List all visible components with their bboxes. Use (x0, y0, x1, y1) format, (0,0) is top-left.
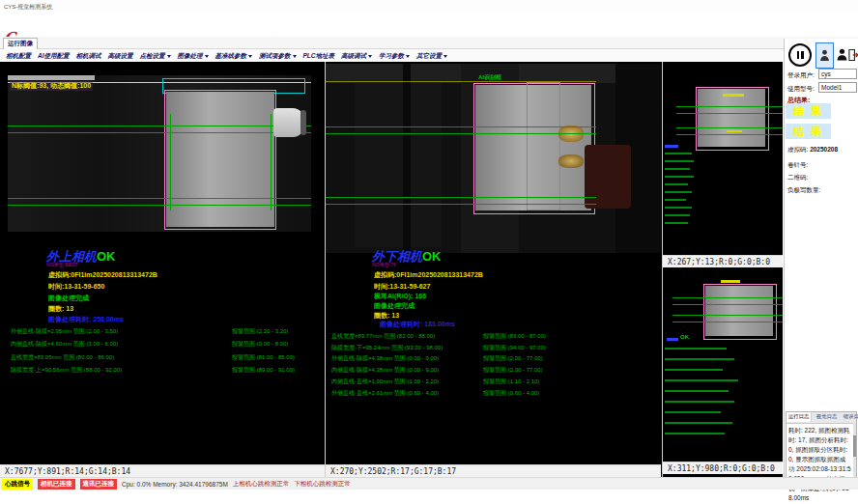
log-tab-error[interactable]: 错误日志 (842, 412, 858, 422)
menu-bar: C 系统配置 相机配置 通讯配置 IO卡配置 光源控制配置 查看 系统语言切换 (0, 12, 858, 37)
measure-vline (271, 114, 272, 210)
chevron-down-icon (406, 55, 410, 58)
log-tab-run[interactable]: 运行日志 (786, 412, 812, 422)
measure-line (676, 113, 783, 114)
mini-green-text (665, 183, 688, 185)
measurement-row: 外侧直线-隔膜=2.95mm 范围:(2.00 - 3.50)报警范围:(2.2… (11, 325, 295, 338)
user-dark-icon (837, 48, 847, 61)
tool-ai-usage-config[interactable]: AI使用配置 (38, 52, 70, 61)
mini-yellow-text (727, 130, 742, 132)
login-user-field[interactable]: cys (818, 69, 857, 79)
tab-run-image[interactable]: 运行图像 (3, 38, 38, 49)
upper-camera-heartbeat: 上相机心跳检测正常 (233, 480, 290, 489)
left-measurements: 外侧直线-隔膜=2.95mm 范围:(2.00 - 3.50)报警范围:(2.2… (11, 325, 295, 378)
mini-yellow-text (721, 280, 740, 283)
login-user-button[interactable] (815, 42, 834, 69)
mid-camera-image[interactable]: AI识别框 (326, 64, 661, 253)
measure-line (326, 197, 596, 198)
chevron-down-icon (205, 55, 209, 58)
thumbnail-bottom-image[interactable]: OK (663, 268, 783, 462)
model-value: Model1 (821, 84, 842, 91)
measure-line (8, 126, 311, 126)
gold-blob (558, 154, 584, 168)
mini-yellow-text (723, 94, 744, 97)
mid-process-done: 图像处理完成 (374, 301, 415, 311)
exit-button[interactable] (848, 42, 858, 67)
tool-camera-config[interactable]: 相机配置 (6, 52, 31, 61)
qr-label: 二维码: (787, 174, 808, 182)
thumb-bottom-coords: X:311;Y:980;R:0;G:0;B:0 (668, 464, 775, 473)
tool-camera-debug[interactable]: 相机调试 (76, 52, 101, 61)
roi-orange-box (527, 82, 560, 210)
mini-green-text (665, 401, 734, 403)
thumb-top-coords: X:267;Y:13;R:0;G:0;B:0 (668, 258, 770, 266)
control-sidebar: 登录用户: cys 使用型号: Model1 总结果: 结 果 结 果 虚拟码:… (784, 39, 858, 477)
log-tab-vision[interactable]: 视觉日志 (815, 412, 839, 422)
image-highlight-streak (8, 75, 95, 80)
image-texture (355, 83, 442, 247)
panel-divider (662, 62, 663, 477)
virtual-code-value: 20250208 (810, 146, 838, 153)
measurement-row: 直线宽度=83.05mm 范围:(80.00 - 86.00)报警范围:(81.… (11, 351, 295, 364)
tool-test-params[interactable]: 测试项参数 (259, 52, 297, 61)
thumb-top-coords-strip: X:267;Y:13;R:0;G:0;B:0 (663, 255, 783, 267)
left-camera-image[interactable]: N标阈值:93, 动态阈值:100 (8, 75, 311, 232)
user-icon (819, 49, 830, 62)
mini-green-text (665, 214, 690, 216)
mini-green-text (665, 390, 729, 392)
lower-camera-heartbeat: 下相机心跳检测正常 (294, 480, 351, 489)
thumbnail-top-image[interactable] (663, 64, 783, 255)
measure-line (672, 322, 783, 322)
mini-green-text (665, 379, 738, 381)
tool-image-process[interactable]: 图像处理 (178, 52, 209, 61)
mid-time: 时间:13-31-59-627 (374, 282, 430, 292)
tool-plc-address[interactable]: PLC地址表 (303, 52, 335, 61)
model-label: 使用型号: (787, 85, 815, 94)
measurement-row: 外侧直线-隔膜=4.38mm 范围:(0.00 - 9.00)报警范围:(2.0… (331, 353, 546, 365)
chevron-down-icon (293, 55, 297, 58)
measurement-row: 外侧直线-直线=2.61mm 范围:(0.60 - 4.00)报警范围:(0.6… (331, 388, 546, 400)
mini-green-text (665, 176, 694, 178)
pause-button[interactable] (788, 43, 812, 67)
mini-green-text (665, 422, 732, 424)
cpu-memory-text: Cpu: 0.0% Memory: 3424.41796875M (122, 481, 228, 488)
measure-line (672, 297, 783, 298)
log-scrollbar-thumb[interactable] (853, 435, 856, 457)
mini-green-text (665, 358, 734, 360)
measure-vline (170, 114, 171, 210)
measure-line (672, 315, 783, 316)
measurement-row: 内侧直线-直线=1.90mm 范围:(1.00 - 2.20)报警范围:(1.1… (331, 377, 546, 388)
tool-learning-params[interactable]: 学习参数 (379, 52, 410, 61)
image-texture (403, 64, 411, 253)
mid-coords-strip: X:270;Y:2502;R:17;G:17;B:17 (326, 464, 661, 477)
chevron-down-icon (167, 55, 171, 58)
tool-check-settings[interactable]: 点检设置 (140, 52, 171, 61)
tool-baseline-params[interactable]: 基准线参数 (215, 52, 253, 61)
mini-green-text (665, 411, 721, 413)
mid-barcode: 虚拟码:0FI1im2025020813313472B (374, 270, 483, 280)
result-box-2: 结 果 (786, 124, 831, 139)
status-bar: 心跳信号 相机已连接 通讯已连接 Cpu: 0.0% Memory: 3424.… (0, 477, 858, 490)
tool-other-settings[interactable]: 其它设置 (416, 52, 447, 61)
left-ng-info: NG类型:BEST (46, 262, 78, 269)
measure-line (676, 106, 783, 107)
mid-process-time: 图像处理耗时: 183.00ms (380, 320, 455, 329)
mini-green-text (665, 207, 692, 209)
thumb-bottom-coords-strip: X:311;Y:980;R:0;G:0;B:0 (663, 462, 783, 474)
left-turns: 圈数: 13 (48, 304, 73, 314)
tool-advanced-settings[interactable]: 高级设置 (108, 52, 133, 61)
toolbar-items: 相机配置 AI使用配置 相机调试 高级设置 点检设置 图像处理 基准线参数 测试… (6, 52, 447, 61)
mini-blue-text (667, 338, 678, 341)
left-result-ok: OK (97, 249, 116, 264)
log-tabs: 运行日志 视觉日志 错误日志 (786, 412, 856, 424)
log-text: 耗时: 222, 抓图检测耗时: 17, 抓图分析耗时: 0, 抓图抓取分区耗时… (786, 424, 856, 504)
model-select[interactable]: Model1 (818, 82, 857, 93)
count-label: 负极写数量: (787, 186, 820, 195)
measure-line (8, 205, 311, 206)
measure-line (326, 126, 596, 127)
tool-advanced-debug[interactable]: 高级调试 (341, 52, 372, 61)
operator-button[interactable] (835, 42, 848, 67)
mini-green-text (665, 433, 725, 434)
pause-icon (788, 43, 812, 67)
app-window: CYS-视觉检测系统 C 系统配置 相机配置 通讯配置 IO卡配置 光源控制配置… (0, 0, 858, 504)
